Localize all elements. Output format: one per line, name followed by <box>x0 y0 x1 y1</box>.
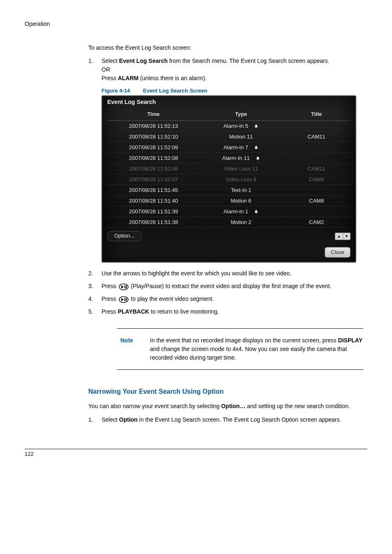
cell-title: CAM6 <box>282 196 350 206</box>
figure-title: Event Log Search Screen <box>143 88 208 94</box>
svg-rect-7 <box>126 298 127 301</box>
cell-title <box>282 121 350 132</box>
bell-icon <box>254 145 258 150</box>
table-row[interactable]: 2007/08/28 11:52:08Alarm-In 11 <box>107 153 350 164</box>
step-body: Select Event Log Search from the Search … <box>101 57 363 83</box>
note-body: In the event that no recorded image disp… <box>150 336 363 362</box>
arrow-up-icon[interactable]: ▲ <box>335 233 343 240</box>
cell-time: 2007/08/28 11:52:08 <box>107 153 200 164</box>
cell-time: 2007/08/28 11:51:39 <box>107 206 200 217</box>
cell-time: 2007/08/28 11:52:08 <box>107 164 200 174</box>
cell-type: Video Loss 11 <box>200 164 282 174</box>
close-button[interactable]: Close <box>325 247 350 258</box>
svg-marker-5 <box>121 298 124 301</box>
play-pause-icon <box>119 296 129 303</box>
cell-type: Alarm-In 11 <box>200 153 282 164</box>
note-label: Note <box>117 336 138 362</box>
cell-type: Video Loss 6 <box>200 174 282 185</box>
cell-title: CAM11 <box>282 164 350 174</box>
table-row[interactable]: 2007/08/28 11:52:10Motion 11CAM11 <box>107 132 350 142</box>
svg-rect-6 <box>125 298 125 301</box>
step-number: 3. <box>88 282 101 291</box>
step-number: 1. <box>88 57 101 83</box>
intro-text: To access the Event Log Search screen: <box>88 44 363 52</box>
step-number: 4. <box>88 295 101 303</box>
narrowing-subhead: Narrowing Your Event Search Using Option <box>88 388 363 395</box>
cell-type: Motion 2 <box>200 217 282 228</box>
bell-icon <box>254 209 258 214</box>
col-header-time: Time <box>107 108 200 121</box>
cell-time: 2007/08/28 11:51:38 <box>107 217 200 228</box>
note-box: Note In the event that no recorded image… <box>117 328 363 370</box>
table-row[interactable]: 2007/08/28 11:51:40Motion 6CAM6 <box>107 196 350 206</box>
col-header-title: Title <box>282 108 350 121</box>
option-button[interactable]: Option... <box>107 231 141 241</box>
window-title: Event Log Search <box>102 96 355 108</box>
svg-rect-3 <box>126 285 127 289</box>
table-row[interactable]: 2007/08/28 11:52:13Alarm-In 5 <box>107 121 350 132</box>
bell-icon <box>256 156 260 161</box>
step-number: 1. <box>88 416 101 424</box>
step-number: 2. <box>88 269 101 278</box>
figure-label: Figure 4-14 <box>101 88 130 94</box>
table-row[interactable]: 2007/08/28 11:52:08Video Loss 11CAM11 <box>107 164 350 174</box>
table-row[interactable]: 2007/08/28 11:51:39Alarm-In 1 <box>107 206 350 217</box>
step-body: Press PLAYBACK to return to live monitor… <box>101 307 363 316</box>
page-number: 122 <box>25 449 367 457</box>
cell-type: Motion 6 <box>200 196 282 206</box>
event-log-table: Time Type Title 2007/08/28 11:52:13Alarm… <box>107 108 350 228</box>
cell-type: Alarm-In 7 <box>200 142 282 153</box>
arrow-down-icon[interactable]: ▼ <box>343 233 350 240</box>
event-log-search-screenshot: Event Log Search Time Type Title 2007/08… <box>101 95 356 263</box>
col-header-type: Type <box>200 108 282 121</box>
section-label: Operation <box>25 21 367 27</box>
table-row[interactable]: 2007/08/28 11:52:07Video Loss 6CAM6 <box>107 174 350 185</box>
page-arrows[interactable]: ▲ ▼ <box>335 233 350 240</box>
cell-title: CAM2 <box>282 217 350 228</box>
play-pause-icon <box>119 284 129 290</box>
figure-caption: Figure 4-14 Event Log Search Screen <box>101 88 363 94</box>
cell-type: Alarm-In 5 <box>200 121 282 132</box>
step-number: 5. <box>88 307 101 316</box>
step-body: Press to play the event video segment. <box>101 295 363 303</box>
narrowing-intro: You can also narrow your event search by… <box>88 402 363 410</box>
cell-time: 2007/08/28 11:51:45 <box>107 185 200 196</box>
table-row[interactable]: 2007/08/28 11:52:09Alarm-In 7 <box>107 142 350 153</box>
step-body: Use the arrows to highlight the event fo… <box>101 269 363 278</box>
cell-title <box>282 185 350 196</box>
step-body: Select Option in the Event Log Search sc… <box>101 416 363 424</box>
svg-rect-2 <box>125 285 125 289</box>
cell-time: 2007/08/28 11:52:10 <box>107 132 200 142</box>
cell-type: Motion 11 <box>200 132 282 142</box>
cell-title <box>282 142 350 153</box>
cell-time: 2007/08/28 11:51:40 <box>107 196 200 206</box>
cell-title <box>282 206 350 217</box>
bell-icon <box>254 124 258 129</box>
table-row[interactable]: 2007/08/28 11:51:38Motion 2CAM2 <box>107 217 350 228</box>
cell-type: Text-In 1 <box>200 185 282 196</box>
cell-title: CAM11 <box>282 132 350 142</box>
cell-title: CAM6 <box>282 174 350 185</box>
cell-type: Alarm-In 1 <box>200 206 282 217</box>
cell-time: 2007/08/28 11:52:13 <box>107 121 200 132</box>
cell-time: 2007/08/28 11:52:09 <box>107 142 200 153</box>
table-row[interactable]: 2007/08/28 11:51:45Text-In 1 <box>107 185 350 196</box>
svg-marker-1 <box>121 285 124 289</box>
cell-title <box>282 153 350 164</box>
cell-time: 2007/08/28 11:52:07 <box>107 174 200 185</box>
step-body: Press (Play/Pause) to extract the event … <box>101 282 363 291</box>
